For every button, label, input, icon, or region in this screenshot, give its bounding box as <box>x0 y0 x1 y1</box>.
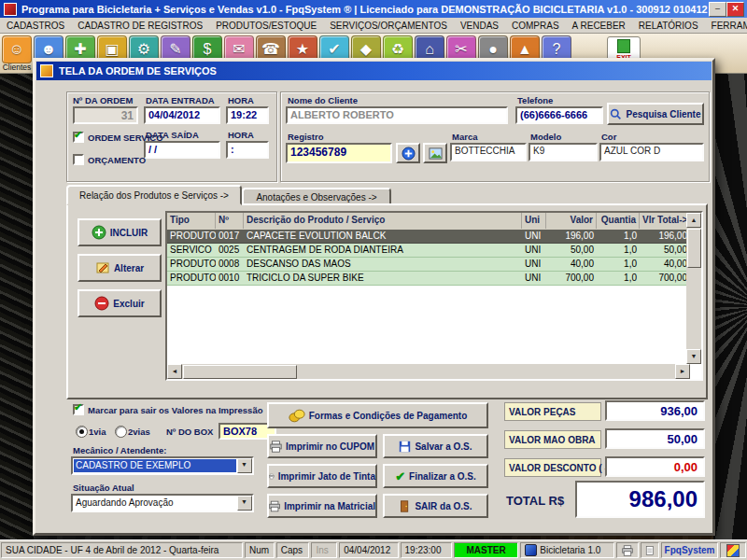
scroll-left-button[interactable]: ◄ <box>167 364 182 379</box>
cell: 196,00 <box>640 230 690 243</box>
close-button[interactable]: ✕ <box>726 2 744 17</box>
col-header: Quantia <box>597 213 640 229</box>
situacao-dropdown-arrow-icon[interactable] <box>237 496 252 511</box>
menu-item-a-receber[interactable]: A RECEBER <box>566 21 632 31</box>
ordem-servico-checkbox[interactable] <box>73 132 84 143</box>
modelo-field[interactable]: K9 <box>529 143 598 161</box>
menu-item-produtos-estoque[interactable]: PRODUTOS/ESTOQUE <box>209 21 323 31</box>
payment-label: Formas e Condições de Pagamento <box>309 411 468 421</box>
menu-item-cadastros[interactable]: CADASTROS <box>0 21 71 31</box>
finalizar-button[interactable]: ✔ Finalizar a O.S. <box>383 464 488 488</box>
menu-item-ferramentas[interactable]: FERRAMENTAS <box>705 21 747 31</box>
add-icon <box>92 225 106 240</box>
cell: 40,00 <box>640 258 690 271</box>
cell: UNI <box>522 272 546 285</box>
radio-2vias[interactable] <box>115 426 127 438</box>
cell: PRODUTO <box>167 272 216 285</box>
exit-date-field[interactable]: / / <box>144 141 220 159</box>
sair-button[interactable]: SAIR da O.S. <box>383 494 488 518</box>
mecanico-dropdown-arrow-icon[interactable] <box>237 458 252 473</box>
entry-date-field[interactable]: 04/04/2012 <box>144 106 220 124</box>
entry-hour-field[interactable]: 19:22 <box>226 106 269 124</box>
incluir-label: INCLUIR <box>110 228 148 238</box>
mecanico-combobox[interactable]: CADASTRO DE EXEMPLO <box>71 456 254 475</box>
mecanico-value: CADASTRO DE EXEMPLO <box>74 459 236 472</box>
salvar-button[interactable]: Salvar a O.S. <box>383 434 488 458</box>
valor-pecas-value: 936,00 <box>605 400 705 421</box>
status-brand: FpqSystem <box>661 542 718 558</box>
registro-photo-button[interactable] <box>423 143 447 163</box>
radio-2vias-label: 2vias <box>128 427 150 437</box>
service-order-titlebar[interactable]: TELA DA ORDEM DE SERVIÇOS <box>36 62 712 80</box>
situacao-value: Aguardando Aprovação <box>74 497 236 510</box>
radio-1via[interactable] <box>76 426 88 438</box>
exit-date-label: DATA SAÍDA <box>146 130 199 140</box>
orcamento-checkbox[interactable] <box>73 154 84 165</box>
cell: 0017 <box>216 230 244 243</box>
menu-item-vendas[interactable]: VENDAS <box>454 21 505 31</box>
cell: 196,00 <box>546 230 597 243</box>
desktop-background-right <box>713 73 747 539</box>
alterar-label: Alterar <box>114 263 144 273</box>
cell: 700,00 <box>546 272 597 285</box>
print-values-checkbox[interactable] <box>73 404 84 415</box>
valor-desconto-label: VALOR DESCONTO ( - ) <box>504 458 601 477</box>
col-header: Uni <box>522 213 546 229</box>
print-jato-button[interactable]: Imprimir Jato de Tinta <box>267 464 377 488</box>
valor-pecas-label: VALOR PEÇAS <box>504 402 601 421</box>
scroll-right-button[interactable]: ► <box>675 364 690 379</box>
table-row[interactable]: PRODUTO0017CAPACETE EVOLUTION BALCKUNI19… <box>167 230 690 244</box>
status-doc-panel[interactable] <box>641 542 659 558</box>
check-icon: ✔ <box>395 469 405 483</box>
registro-plate-button[interactable] <box>396 143 420 163</box>
service-order-window: TELA DA ORDEM DE SERVIÇOS Nº DA ORDEM 31… <box>33 58 715 536</box>
scroll-up-button[interactable]: ▲ <box>686 213 701 228</box>
menu-item-cadastro-de-registros[interactable]: CADASTRO DE REGISTROS <box>71 21 209 31</box>
table-row[interactable]: PRODUTO0010TRICICLO DA SUPER BIKEUNI700,… <box>167 272 690 286</box>
client-search-button[interactable]: Pesquisa Cliente <box>607 103 704 125</box>
minimize-button[interactable]: – <box>709 2 726 17</box>
menu-item-relatorios[interactable]: RELATÓRIOS <box>632 21 705 31</box>
cell: CENTRAGEM DE RODA DIANTEIRA <box>244 244 522 257</box>
col-header: Tipo <box>167 213 216 229</box>
registro-field[interactable]: 123456789 <box>286 143 392 163</box>
grid-horizontal-scrollbar[interactable]: ◄ ► <box>167 364 690 379</box>
print-cupom-button[interactable]: Imprimir no CUPOM <box>267 434 377 458</box>
cell: SERVICO <box>167 244 216 257</box>
printer-icon <box>270 441 282 453</box>
menu-item-servicos-orcamentos[interactable]: SERVIÇOS/ORÇAMENTOS <box>323 21 454 31</box>
cell: PRODUTO <box>167 230 216 243</box>
alterar-button[interactable]: Alterar <box>78 254 162 282</box>
hscroll-thumb[interactable] <box>183 365 297 379</box>
phone-field[interactable]: (66)6666-6666 <box>515 106 603 124</box>
situacao-combobox[interactable]: Aguardando Aprovação <box>71 494 254 512</box>
exit-door-icon <box>617 39 630 53</box>
menu-bar: CADASTROS CADASTRO DE REGISTROS PRODUTOS… <box>0 18 747 34</box>
menu-item-compras[interactable]: COMPRAS <box>505 21 566 31</box>
marca-field[interactable]: BOTTECCHIA <box>450 143 527 161</box>
status-printer-panel[interactable] <box>616 542 639 558</box>
print-cupom-label: Imprimir no CUPOM <box>286 441 374 452</box>
cell: 0025 <box>216 244 244 257</box>
entry-date-label: DATA ENTRADA <box>146 95 215 105</box>
grid-vertical-scrollbar[interactable]: ▲ ▼ <box>686 213 701 364</box>
exit-hour-field[interactable]: : <box>226 141 269 159</box>
table-row[interactable]: SERVICO0025CENTRAGEM DE RODA DIANTEIRAUN… <box>167 244 690 258</box>
phone-label: Telefone <box>517 95 553 105</box>
mecanico-label: Mecânico / Atendente: <box>73 445 166 455</box>
print-matricial-label: Imprimir na Matricial <box>284 501 375 511</box>
client-name-field[interactable]: ALBERTO ROBERTO <box>286 106 508 124</box>
table-row[interactable]: PRODUTO0008DESCANSO DAS MAOSUNI40,001,04… <box>167 258 690 272</box>
order-number-field[interactable]: 31 <box>73 106 138 124</box>
cor-field[interactable]: AZUL COR D <box>599 143 704 161</box>
scroll-down-button[interactable]: ▼ <box>686 349 701 364</box>
excluir-button[interactable]: Excluir <box>78 289 162 317</box>
print-matricial-button[interactable]: Imprimir na Matricial <box>267 494 377 518</box>
total-label: TOTAL R$ <box>506 494 564 508</box>
tab-produtos-servicos[interactable]: Relação dos Produtos e Serviços -> <box>66 185 242 205</box>
col-header: Valor <box>546 213 597 229</box>
toolbar-icon-clientes[interactable]: ☺ <box>2 35 32 63</box>
payment-button[interactable]: Formas e Condições de Pagamento <box>267 402 488 428</box>
vscroll-thumb[interactable] <box>687 229 701 268</box>
incluir-button[interactable]: INCLUIR <box>78 218 162 246</box>
